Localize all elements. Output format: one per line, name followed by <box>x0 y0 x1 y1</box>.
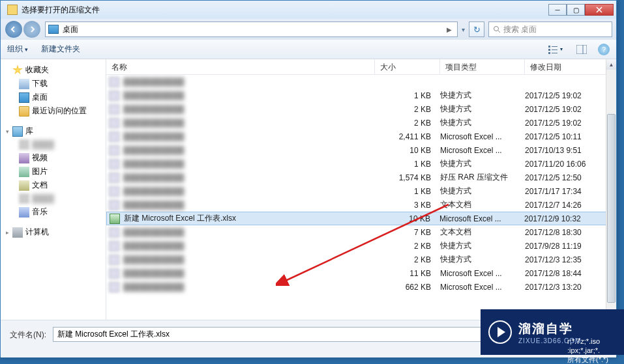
file-type: Microsoft Excel ... <box>440 283 525 292</box>
file-date: 2017/10/13 9:51 <box>525 146 616 155</box>
file-row[interactable]: ███████████2 KB快捷方式2017/12/5 19:02 <box>106 116 616 130</box>
file-icon <box>109 104 119 115</box>
preview-pane-button[interactable] <box>572 43 591 56</box>
sidebar-computer-header[interactable]: ▸ 计算机 <box>1 225 106 239</box>
sidebar-item-blur[interactable]: ████ <box>1 192 106 205</box>
scrollbar[interactable]: ▲ ▼ <box>606 59 616 320</box>
scroll-up-button[interactable]: ▲ <box>606 59 616 70</box>
header-size[interactable]: 大小 <box>375 59 440 74</box>
file-icon <box>109 255 119 265</box>
scroll-thumb[interactable] <box>607 114 616 303</box>
file-icon <box>109 268 119 279</box>
minimize-button[interactable]: ─ <box>548 4 567 16</box>
sidebar-item-pictures[interactable]: 图片 <box>1 165 106 178</box>
file-size: 2 KB <box>375 255 440 264</box>
file-size: 2,411 KB <box>375 132 440 141</box>
library-icon <box>12 126 23 137</box>
sidebar-item-documents[interactable]: 文档 <box>1 178 106 192</box>
file-size: 3 KB <box>375 201 440 210</box>
archive-icon <box>7 5 18 15</box>
file-type: Microsoft Excel ... <box>440 146 525 155</box>
nav-forward-button[interactable] <box>23 21 40 38</box>
file-row[interactable]: ███████████2,411 KBMicrosoft Excel ...20… <box>106 130 616 143</box>
file-size: 11 KB <box>375 269 440 278</box>
column-headers: 名称 大小 项目类型 修改日期 <box>106 59 616 75</box>
file-row[interactable]: ███████████ <box>106 75 616 89</box>
file-date: 2017/12/3 12:35 <box>525 255 616 264</box>
sidebar-item-recent[interactable]: 最近访问的位置 <box>1 104 106 118</box>
file-row[interactable]: ███████████662 KBMicrosoft Excel ...2017… <box>106 280 616 294</box>
file-name: ███████████ <box>122 160 375 169</box>
file-date: 2017/12/5 19:02 <box>525 91 616 100</box>
file-row[interactable]: ███████████11 KBMicrosoft Excel ...2017/… <box>106 266 616 280</box>
search-input[interactable]: 搜索 桌面 <box>488 21 612 37</box>
file-row[interactable]: ███████████1 KB快捷方式2017/1/17 17:34 <box>106 184 616 198</box>
maximize-button[interactable]: ▢ <box>567 4 585 16</box>
file-row[interactable]: ███████████2 KB快捷方式2017/12/3 12:35 <box>106 253 616 266</box>
breadcrumb[interactable]: 桌面 ▶ <box>45 21 458 37</box>
sidebar-item-blur[interactable]: ████ <box>1 138 106 151</box>
view-mode-button[interactable]: ▾ <box>546 43 565 56</box>
file-type: 快捷方式 <box>440 158 525 169</box>
sidebar-libraries-header[interactable]: ▾ 库 <box>1 124 106 138</box>
dropdown-arrow-icon[interactable]: ▾ <box>462 26 465 33</box>
header-name[interactable]: 名称 <box>106 59 375 74</box>
watermark-cn: 溜溜自学 <box>518 320 581 337</box>
file-row[interactable]: ███████████7 KB文本文档2017/12/8 18:30 <box>106 225 616 239</box>
file-date: 2017/1/17 17:34 <box>525 187 616 196</box>
file-row[interactable]: ███████████10 KBMicrosoft Excel ...2017/… <box>106 143 616 157</box>
file-row[interactable]: ███████████2 KB快捷方式2017/9/28 11:19 <box>106 239 616 253</box>
file-name: ███████████ <box>122 173 375 182</box>
header-type[interactable]: 项目类型 <box>440 59 525 74</box>
file-size: 1 KB <box>375 187 440 196</box>
file-icon <box>109 227 119 238</box>
desktop-icon <box>48 25 59 34</box>
file-size: 2 KB <box>375 105 440 114</box>
file-icon <box>109 118 119 128</box>
blur-icon <box>19 193 29 204</box>
file-date: 2017/11/20 16:06 <box>525 160 616 169</box>
sidebar-item-downloads[interactable]: 下载 <box>1 77 106 91</box>
file-date: 2017/12/5 12:50 <box>525 173 616 182</box>
sidebar-item-videos[interactable]: 视频 <box>1 151 106 165</box>
search-icon <box>493 25 501 33</box>
organize-button[interactable]: 组织 <box>7 44 28 55</box>
sidebar-favorites-header[interactable]: 收藏夹 <box>1 63 106 77</box>
file-size: 10 KB <box>374 214 439 223</box>
file-name: ███████████ <box>122 228 375 237</box>
svg-rect-2 <box>548 46 550 48</box>
nav-back-button[interactable] <box>5 21 22 38</box>
filename-label: 文件名(N): <box>10 327 46 341</box>
file-row[interactable]: ███████████1 KB快捷方式2017/11/20 16:06 <box>106 157 616 171</box>
file-size: 2 KB <box>375 242 440 251</box>
file-row[interactable]: ███████████3 KB文本文档2017/12/7 14:26 <box>106 198 616 212</box>
file-type: 快捷方式 <box>440 240 525 251</box>
help-button[interactable]: ? <box>598 44 610 55</box>
file-date: 2017/9/28 11:19 <box>525 242 616 251</box>
file-row[interactable]: ███████████2 KB快捷方式2017/12/5 19:02 <box>106 102 616 116</box>
file-icon <box>109 282 119 292</box>
file-list[interactable]: ██████████████████████1 KB快捷方式2017/12/5 … <box>106 75 616 318</box>
file-type: Microsoft Excel ... <box>440 269 525 278</box>
close-button[interactable] <box>585 4 614 16</box>
star-icon <box>12 65 23 76</box>
new-folder-button[interactable]: 新建文件夹 <box>41 44 80 55</box>
file-type: 文本文档 <box>440 199 525 210</box>
header-date[interactable]: 修改日期 <box>525 59 616 74</box>
file-icon <box>109 241 119 251</box>
file-name: ███████████ <box>122 77 375 87</box>
file-row[interactable]: ███████████1,574 KB好压 RAR 压缩文件2017/12/5 … <box>106 171 616 184</box>
file-size: 10 KB <box>375 146 440 155</box>
recent-icon <box>19 106 29 117</box>
file-size: 7 KB <box>375 228 440 237</box>
sidebar-item-music[interactable]: 音乐 <box>1 205 106 219</box>
file-row[interactable]: ███████████1 KB快捷方式2017/12/5 19:02 <box>106 89 616 102</box>
file-name: ███████████ <box>122 132 375 141</box>
file-filter-hints: r;*.7z;*.iso :ipx;*.jar;*. 所有文件(*.*) <box>567 337 608 364</box>
sidebar-item-desktop[interactable]: 桌面 <box>1 91 106 104</box>
file-type: Microsoft Excel ... <box>440 132 525 141</box>
chevron-right-icon: ▶ <box>444 26 454 33</box>
refresh-button[interactable]: ↻ <box>469 21 484 37</box>
file-row[interactable]: 新建 Microsoft Excel 工作表.xlsx10 KBMicrosof… <box>106 212 616 225</box>
file-type: 好压 RAR 压缩文件 <box>440 172 525 183</box>
